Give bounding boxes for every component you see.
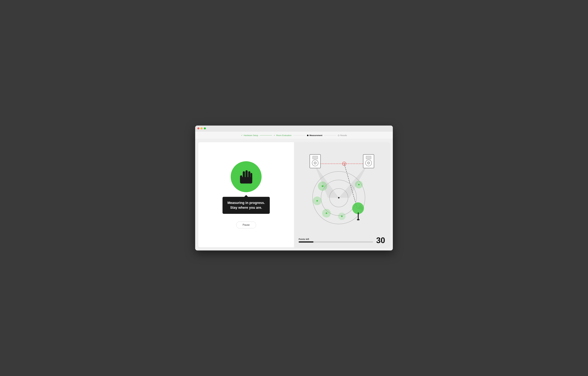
svg-point-19	[367, 162, 370, 164]
svg-point-27	[322, 185, 324, 187]
progress-bar-fill	[299, 241, 314, 243]
left-panel: Measuring in progress. Stay where you ar…	[198, 142, 294, 247]
stepper: ✓ Hardware Setup ✓ Room Evaluation Measu…	[195, 132, 393, 139]
empty-dot-icon	[338, 135, 339, 136]
message-bubble: Measuring in progress. Stay where you ar…	[222, 197, 270, 214]
main-content: Measuring in progress. Stay where you ar…	[198, 142, 390, 247]
points-count: 30	[376, 236, 385, 244]
svg-point-35	[341, 216, 343, 217]
svg-rect-38	[357, 219, 359, 220]
svg-rect-37	[358, 212, 359, 220]
step-results-label: Results	[340, 134, 347, 136]
hand-icon	[238, 168, 255, 185]
room-diagram-svg	[297, 145, 387, 235]
svg-point-25	[338, 197, 340, 199]
svg-point-15	[314, 162, 316, 164]
progress-section: Points left	[299, 238, 373, 243]
svg-point-29	[358, 184, 360, 185]
step-room-evaluation-label: Room Evaluation	[276, 134, 292, 136]
app-window: ✓ Hardware Setup ✓ Room Evaluation Measu…	[195, 126, 393, 250]
connector-3	[324, 135, 336, 135]
message-text: Measuring in progress. Stay where you ar…	[227, 200, 265, 210]
svg-rect-16	[313, 156, 318, 159]
minimize-button[interactable]	[200, 127, 203, 129]
hand-icon-container	[231, 161, 262, 192]
active-dot-icon	[307, 135, 308, 136]
close-button[interactable]	[197, 127, 199, 129]
pause-button[interactable]: Pause	[236, 221, 256, 228]
step-hardware-setup-label: Hardware Setup	[244, 134, 258, 136]
connector-2	[293, 135, 305, 135]
maximize-button[interactable]	[204, 127, 206, 129]
progress-bar-track	[299, 241, 373, 243]
step-hardware-setup: ✓ Hardware Setup	[241, 134, 258, 136]
message-line2: Stay where you are.	[230, 206, 262, 210]
checkmark-icon-2: ✓	[274, 134, 275, 136]
right-panel: Points left 30	[294, 142, 390, 247]
connector-1	[260, 135, 272, 135]
checkmark-icon: ✓	[241, 134, 243, 136]
step-measurement: Measurement	[307, 134, 322, 136]
svg-point-33	[326, 212, 327, 214]
svg-rect-5	[240, 177, 252, 184]
traffic-lights	[197, 127, 206, 129]
step-results: Results	[338, 134, 347, 136]
titlebar	[195, 126, 393, 132]
diagram-area	[297, 145, 387, 235]
step-measurement-label: Measurement	[309, 134, 322, 136]
svg-point-36	[352, 202, 364, 214]
step-room-evaluation: ✓ Room Evaluation	[274, 134, 292, 136]
message-line1: Measuring in progress.	[227, 201, 265, 205]
svg-point-31	[316, 200, 318, 202]
points-left-label: Points left	[299, 238, 373, 240]
svg-rect-20	[366, 156, 371, 159]
